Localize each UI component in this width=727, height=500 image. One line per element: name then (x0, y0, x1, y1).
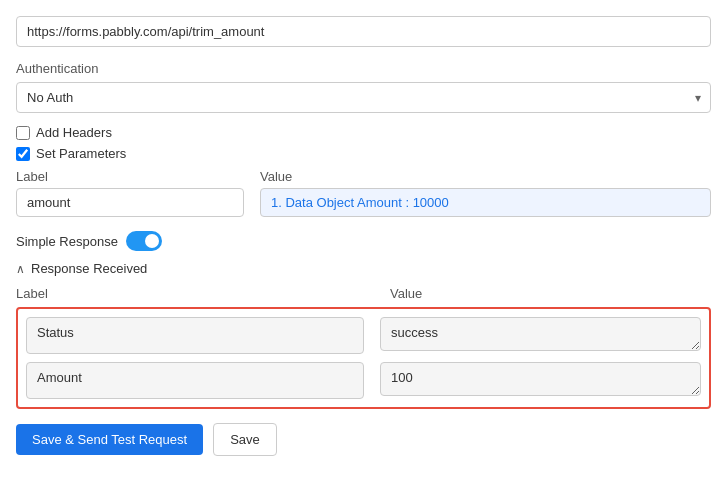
add-headers-row: Add Headers (16, 125, 711, 140)
chevron-up-icon: ∧ (16, 262, 25, 276)
button-row: Save & Send Test Request Save (16, 423, 711, 456)
param-row-1 (16, 188, 711, 217)
params-header: Label Value (16, 169, 711, 184)
response-bordered-box: Status success Amount 100 (16, 307, 711, 409)
params-section: Label Value (16, 169, 711, 217)
response-value-col: Value (390, 286, 422, 301)
add-headers-checkbox[interactable] (16, 126, 30, 140)
save-button[interactable]: Save (213, 423, 277, 456)
response-label-amount: Amount (26, 362, 364, 399)
response-table-header: Label Value (16, 286, 711, 301)
simple-response-row: Simple Response (16, 231, 711, 251)
param-value-input[interactable] (260, 188, 711, 217)
param-label-input[interactable] (16, 188, 244, 217)
params-label-col: Label (16, 169, 244, 184)
response-row-status: Status success (26, 317, 701, 354)
params-value-col: Value (260, 169, 292, 184)
response-value-amount[interactable]: 100 (380, 362, 701, 396)
save-send-button[interactable]: Save & Send Test Request (16, 424, 203, 455)
response-label-col: Label (16, 286, 374, 301)
response-value-status[interactable]: success (380, 317, 701, 351)
set-parameters-label: Set Parameters (36, 146, 126, 161)
set-parameters-checkbox[interactable] (16, 147, 30, 161)
auth-label: Authentication (16, 61, 711, 76)
add-headers-label: Add Headers (36, 125, 112, 140)
url-input[interactable] (16, 16, 711, 47)
set-parameters-row: Set Parameters (16, 146, 711, 161)
auth-select-wrapper: No Auth Bearer Token Basic Auth ▾ (16, 82, 711, 113)
auth-select[interactable]: No Auth Bearer Token Basic Auth (16, 82, 711, 113)
simple-response-label: Simple Response (16, 234, 118, 249)
response-label-status: Status (26, 317, 364, 354)
response-received-row[interactable]: ∧ Response Received (16, 261, 711, 276)
response-row-amount: Amount 100 (26, 362, 701, 399)
response-received-label: Response Received (31, 261, 147, 276)
simple-response-toggle[interactable] (126, 231, 162, 251)
